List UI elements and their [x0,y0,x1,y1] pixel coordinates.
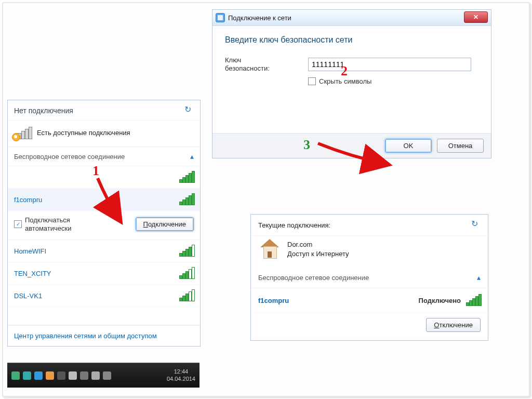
tray-icon[interactable] [80,371,88,380]
disconnect-row: Отключение [251,313,488,340]
signal-none-icon [14,126,32,139]
refresh-icon[interactable] [183,105,194,116]
network-name: f1compru [14,196,42,204]
ok-button[interactable]: OK [385,139,432,153]
tray-icon[interactable] [11,371,20,380]
connect-row: ✓ Подключаться автоматически Подключение [8,211,200,240]
current-title: Текущие подключения: [258,221,330,229]
available-label: Есть доступные подключения [37,129,130,137]
tray-icon[interactable] [103,371,111,380]
taskbar-clock[interactable]: 12:44 04.04.2014 [167,368,195,382]
chevron-up-icon: ▴ [190,152,194,161]
network-item[interactable]: DSL-VK1 [8,285,200,307]
signal-icon [179,171,194,183]
tray-icon[interactable] [69,371,77,380]
checkbox-icon: ✓ [14,220,22,228]
taskbar-time: 12:44 [167,368,195,375]
security-key-input[interactable] [308,58,471,71]
dialog-buttons: OK Отмена [212,133,491,158]
tray-icon[interactable] [46,371,54,380]
network-flyout-panel: Нет подключения Есть доступные подключен… [7,100,201,347]
signal-icon [179,245,194,257]
signal-icon [466,295,481,306]
tray-icon[interactable] [34,371,43,380]
cancel-button[interactable]: Отмена [437,139,484,153]
annotation-number-3: 3 [303,137,310,153]
signal-icon [179,194,194,205]
auto-connect-checkbox[interactable]: ✓ Подключаться автоматически [14,216,82,232]
key-field-row: Ключ безопасности: [225,56,478,73]
dialog-body: Введите ключ безопасности сети Ключ безо… [212,26,491,133]
network-item[interactable] [8,166,200,189]
spacer [8,307,200,325]
current-network-name: Dor.com [287,240,349,249]
dialog-heading: Введите ключ безопасности сети [225,35,478,45]
network-name: TEN_XCITY [14,270,51,277]
checkbox-icon [308,77,316,85]
network-name: HomeWIFI [14,247,46,255]
flyout-footer: Центр управления сетями и общим доступом [8,325,200,346]
flyout-header: Нет подключения [8,100,200,121]
chevron-up-icon: ▴ [477,273,481,282]
connected-status: Подключено [419,297,461,304]
disconnect-button[interactable]: Отключение [426,318,481,332]
connected-network-row[interactable]: f1compru Подключено [251,288,488,313]
network-item[interactable]: TEN_XCITY [8,262,200,285]
refresh-icon[interactable] [470,220,481,230]
tray-icon[interactable] [57,371,65,380]
available-connections-row: Есть доступные подключения [8,121,200,147]
wireless-section-label: Беспроводное сетевое соединение [14,153,125,161]
wireless-section-header[interactable]: Беспроводное сетевое соединение ▴ [251,267,488,288]
dialog-title: Подключение к сети [228,14,291,22]
security-key-dialog: Подключение к сети ✕ Введите ключ безопа… [212,9,491,158]
auto-connect-label: Подключаться автоматически [25,216,82,232]
dialog-titlebar: Подключение к сети ✕ [212,10,491,26]
network-center-link[interactable]: Центр управления сетями и общим доступом [14,332,157,340]
network-item[interactable]: HomeWIFI [8,240,200,262]
current-header: Текущие подключения: [251,215,488,236]
close-button[interactable]: ✕ [464,11,488,23]
connected-network-name: f1compru [258,297,289,304]
current-connections-panel: Текущие подключения: Dor.com Доступ к Ин… [250,214,488,341]
annotation-number-2: 2 [341,63,348,79]
wireless-section-label: Беспроводное сетевое соединение [258,274,369,282]
annotation-number-1: 1 [92,163,99,179]
tray-icon[interactable] [91,371,100,380]
tray-icon[interactable] [23,371,31,380]
network-item-selected[interactable]: f1compru [8,189,200,211]
signal-icon [179,290,194,301]
home-network-icon [258,239,281,260]
taskbar-date: 04.04.2014 [167,376,195,382]
hide-symbols-checkbox[interactable]: Скрыть символы [308,77,478,85]
signal-icon [179,268,194,279]
canvas: Нет подключения Есть доступные подключен… [2,2,530,397]
no-connection-label: Нет подключения [14,107,73,115]
taskbar: 12:44 04.04.2014 [7,363,200,388]
network-name: DSL-VK1 [14,292,42,300]
network-shield-icon [216,13,225,22]
wireless-section-header[interactable]: Беспроводное сетевое соединение ▴ [8,147,200,166]
key-label: Ключ безопасности: [225,56,287,73]
connect-button[interactable]: Подключение [136,217,194,231]
internet-access-label: Доступ к Интернету [287,249,349,259]
current-network-info: Dor.com Доступ к Интернету [251,236,488,267]
tray-icons [11,371,111,380]
